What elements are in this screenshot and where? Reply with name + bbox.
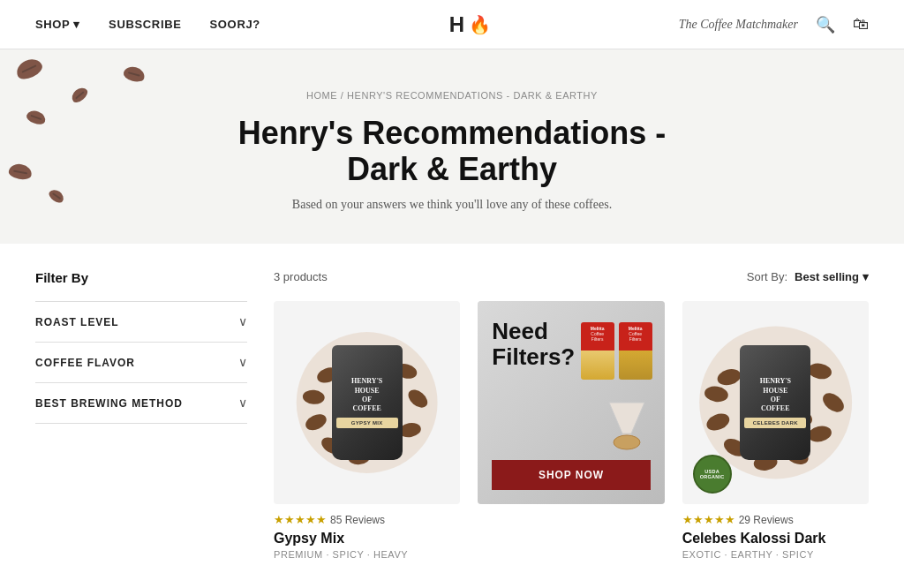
product-tags-gypsy-mix: PREMIUM · SPICY · HEAVY [274, 549, 460, 560]
nav-shop[interactable]: SHOP ▾ [35, 18, 80, 31]
flame-icon: 🔥 [469, 14, 490, 35]
bag-body-celebes: HENRY'SHOUSEOFCOFFEE CELEBES DARK [740, 345, 810, 460]
main-content: Filter By ROAST LEVEL ∨ COFFEE FLAVOR ∨ … [0, 244, 904, 586]
review-count-celebes: 29 Reviews [739, 514, 794, 526]
product-name-celebes: Celebes Kalossi Dark [682, 531, 869, 547]
logo[interactable]: H 🔥 [449, 12, 490, 37]
product-tags-celebes: EXOTIC · EARTHY · SPICY [682, 549, 869, 560]
nav-left: SHOP ▾ SUBSCRIBE SOORJ? [35, 18, 260, 31]
filter-by-heading: Filter By [35, 270, 247, 285]
product-rating-row-celebes: ★★★★★ 29 Reviews [682, 513, 869, 527]
bag-label-text-celebes: CELEBES DARK [748, 420, 802, 426]
pour-over-svg [605, 398, 649, 451]
sort-by-label: Sort By: [747, 270, 787, 283]
hero-subtitle: Based on your answers we think you'll lo… [292, 198, 612, 212]
filter-box-2: Melitta Coffee Filters [619, 322, 652, 380]
product-image-celebes: USDAORGANIC HENRY'SHOUSEOFCOFFEE CELEBES… [682, 301, 869, 504]
bag-label-strip-celebes: CELEBES DARK [744, 418, 806, 428]
svg-marker-16 [609, 403, 644, 433]
filter-coffee-flavor[interactable]: COFFEE FLAVOR ∨ [35, 342, 247, 382]
cart-icon[interactable]: 🛍 [853, 15, 869, 34]
shop-now-button[interactable]: SHOP NOW [492, 460, 650, 490]
filter-coffee-flavor-label: COFFEE FLAVOR [35, 357, 135, 369]
sort-value-text: Best selling [795, 270, 859, 283]
chevron-down-icon: ▾ [863, 270, 869, 283]
chevron-down-icon: ▾ [73, 18, 80, 31]
products-count: 3 products [274, 270, 328, 283]
breadcrumb-home[interactable]: HOME [306, 90, 337, 101]
nav-subscribe[interactable]: SUBSCRIBE [109, 18, 181, 31]
product-card-ad[interactable]: NeedFilters? Melitta Coffee Filters Meli… [478, 301, 664, 560]
sort-by: Sort By: Best selling ▾ [747, 270, 869, 283]
filter-roast-level-label: ROAST LEVEL [35, 316, 119, 328]
ad-content: NeedFilters? Melitta Coffee Filters Meli… [478, 301, 664, 504]
product-card-gypsy-mix[interactable]: HENRY'SHOUSEOFCOFFEE GYPSY MIX ★★★★★ 85 … [274, 301, 460, 560]
search-icon[interactable]: 🔍 [816, 15, 835, 34]
product-card-celebes[interactable]: USDAORGANIC HENRY'SHOUSEOFCOFFEE CELEBES… [682, 301, 869, 560]
tagline: The Coffee Matchmaker [679, 18, 798, 32]
pour-over-visual [605, 398, 649, 455]
filter-box-1: Melitta Coffee Filters [581, 322, 614, 380]
nav-right: The Coffee Matchmaker 🔍 🛍 [679, 15, 869, 34]
filter-brewing-method[interactable]: BEST BREWING METHOD ∨ [35, 382, 247, 424]
breadcrumb-separator: / [341, 90, 344, 101]
logo-letter: H [449, 12, 463, 37]
coffee-bag-gypsy-mix: HENRY'SHOUSEOFCOFFEE GYPSY MIX [328, 336, 407, 469]
review-count: 85 Reviews [330, 514, 385, 526]
sort-value[interactable]: Best selling ▾ [795, 270, 869, 283]
nav-soorj[interactable]: SOORJ? [210, 18, 260, 31]
usda-text: USDAORGANIC [700, 469, 725, 479]
chevron-down-icon: ∨ [238, 396, 247, 411]
chevron-down-icon: ∨ [238, 314, 247, 329]
product-rating-row: ★★★★★ 85 Reviews [274, 513, 460, 527]
breadcrumb: HOME / HENRY'S RECOMMENDATIONS - DARK & … [306, 90, 598, 101]
products-area: 3 products Sort By: Best selling ▾ [274, 270, 869, 560]
products-header: 3 products Sort By: Best selling ▾ [274, 270, 869, 283]
product-image-gypsy-mix: HENRY'SHOUSEOFCOFFEE GYPSY MIX [274, 301, 460, 504]
filter-boxes-visual: Melitta Coffee Filters Melitta Coffee Fi… [581, 322, 652, 380]
ad-card: NeedFilters? Melitta Coffee Filters Meli… [478, 301, 664, 504]
nav-shop-label: SHOP [35, 18, 70, 31]
hero-section: HOME / HENRY'S RECOMMENDATIONS - DARK & … [0, 49, 904, 244]
sidebar: Filter By ROAST LEVEL ∨ COFFEE FLAVOR ∨ … [35, 270, 247, 560]
nav-subscribe-label: SUBSCRIBE [109, 18, 181, 31]
bag-brand-text: HENRY'SHOUSEOFCOFFEE [351, 377, 382, 414]
star-rating: ★★★★★ [274, 513, 327, 527]
navigation: SHOP ▾ SUBSCRIBE SOORJ? H 🔥 The Coffee M… [0, 0, 904, 49]
star-rating-celebes: ★★★★★ [682, 513, 735, 527]
bag-body: HENRY'SHOUSEOFCOFFEE GYPSY MIX [332, 345, 403, 460]
coffee-bag-celebes: HENRY'SHOUSEOFCOFFEE CELEBES DARK [735, 336, 815, 469]
chevron-down-icon: ∨ [238, 355, 247, 370]
product-name-gypsy-mix: Gypsy Mix [274, 531, 460, 547]
filter-roast-level[interactable]: ROAST LEVEL ∨ [35, 301, 247, 342]
bag-label-strip: GYPSY MIX [336, 418, 398, 428]
product-grid: HENRY'SHOUSEOFCOFFEE GYPSY MIX ★★★★★ 85 … [274, 301, 869, 560]
bag-label-text: GYPSY MIX [340, 420, 395, 426]
nav-soorj-label: SOORJ? [210, 18, 260, 31]
usda-organic-badge: USDAORGANIC [693, 455, 732, 494]
page-title: Henry's Recommendations - Dark & Earthy [231, 115, 673, 188]
svg-point-18 [614, 435, 640, 449]
filter-brewing-method-label: BEST BREWING METHOD [35, 397, 183, 410]
breadcrumb-current: HENRY'S RECOMMENDATIONS - DARK & EARTHY [347, 90, 598, 101]
bag-brand-text-celebes: HENRY'SHOUSEOFCOFFEE [760, 377, 791, 414]
